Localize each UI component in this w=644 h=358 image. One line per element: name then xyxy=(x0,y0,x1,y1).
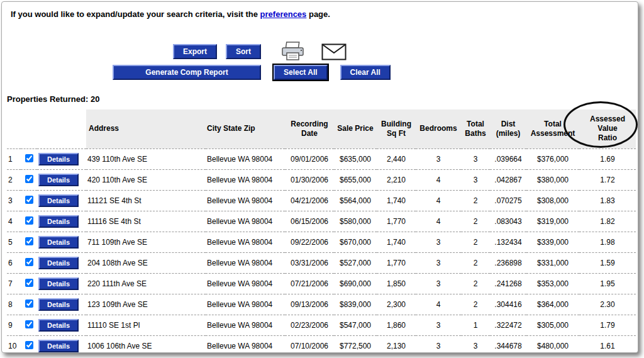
col-header-address: Address xyxy=(86,109,206,148)
comp-search-results-page: If you would like to expand/update your … xyxy=(1,1,638,353)
dist-miles-cell: .241268 xyxy=(490,273,526,294)
table-row: 4Details11116 SE 4th StBellevue WA 98004… xyxy=(7,211,636,232)
details-cell: Details xyxy=(37,273,86,294)
bedrooms-cell: 3 xyxy=(416,232,461,252)
dist-miles-cell: .236898 xyxy=(490,252,526,273)
city-state-zip-cell: Bellevue WA 98004 xyxy=(206,232,285,252)
clear-all-button[interactable]: Clear All xyxy=(340,65,391,80)
row-checkbox-cell xyxy=(21,232,37,252)
building-sqft-cell: 2,130 xyxy=(377,335,416,353)
generate-comp-report-button[interactable]: Generate Comp Report xyxy=(113,65,261,80)
row-number: 8 xyxy=(7,294,21,315)
total-assessment-cell: $308,000 xyxy=(526,190,579,211)
row-checkbox-cell xyxy=(21,211,37,232)
row-checkbox[interactable] xyxy=(25,216,33,225)
city-state-zip-cell: Bellevue WA 98004 xyxy=(206,315,285,335)
details-button[interactable]: Details xyxy=(38,319,79,332)
row-checkbox[interactable] xyxy=(25,341,33,349)
details-button[interactable]: Details xyxy=(38,298,79,311)
export-button[interactable]: Export xyxy=(173,44,217,59)
row-checkbox[interactable] xyxy=(25,196,33,204)
address-cell: 123 109th Ave SE xyxy=(86,294,206,315)
sort-button[interactable]: Sort xyxy=(226,44,261,59)
details-button[interactable]: Details xyxy=(38,215,79,228)
bedrooms-cell: 3 xyxy=(416,148,461,169)
table-row: 8Details123 109th Ave SEBellevue WA 9800… xyxy=(7,294,636,315)
city-state-zip-cell: Bellevue WA 98004 xyxy=(206,252,285,273)
row-checkbox-cell xyxy=(21,294,37,315)
details-button[interactable]: Details xyxy=(38,236,79,249)
total-baths-cell: 3 xyxy=(461,335,490,353)
details-button[interactable]: Details xyxy=(38,277,79,290)
assessed-value-ratio-cell: 2.30 xyxy=(579,294,636,315)
dist-miles-cell: .070275 xyxy=(490,190,526,211)
assessed-value-ratio-cell: 1.61 xyxy=(579,335,636,353)
city-state-zip-cell: Bellevue WA 98004 xyxy=(206,211,285,232)
details-button[interactable]: Details xyxy=(38,153,79,165)
preferences-link[interactable]: preferences xyxy=(260,9,307,19)
intro-text-before: If you would like to expand/update your … xyxy=(11,9,260,19)
row-checkbox-cell xyxy=(21,252,37,273)
total-assessment-cell: $480,000 xyxy=(526,335,579,353)
details-cell: Details xyxy=(37,315,86,335)
address-cell: 420 110th Ave SE xyxy=(86,169,206,190)
total-assessment-cell: $305,000 xyxy=(526,315,579,335)
col-header-city-state-zip: City State Zip xyxy=(206,109,285,148)
dist-miles-cell: .304416 xyxy=(490,294,526,315)
col-header-details xyxy=(37,109,86,148)
row-checkbox[interactable] xyxy=(25,279,33,287)
sale-price-cell: $655,000 xyxy=(334,169,377,190)
col-header-building-sqft: Building Sq Ft xyxy=(377,109,416,148)
row-checkbox[interactable] xyxy=(25,258,33,266)
properties-table: Address City State Zip Recording Date Sa… xyxy=(7,109,636,353)
properties-returned-count: Properties Returned: 20 xyxy=(7,94,638,104)
sale-price-cell: $772,500 xyxy=(334,335,377,353)
city-state-zip-cell: Bellevue WA 98004 xyxy=(206,169,285,190)
mail-envelope-icon[interactable] xyxy=(321,43,347,60)
table-row: 3Details11121 SE 4th StBellevue WA 98004… xyxy=(7,190,636,211)
details-cell: Details xyxy=(37,252,86,273)
row-checkbox[interactable] xyxy=(25,320,33,328)
details-button[interactable]: Details xyxy=(38,340,79,352)
city-state-zip-cell: Bellevue WA 98004 xyxy=(206,273,285,294)
address-cell: 1006 106th Ave SE xyxy=(86,335,206,353)
row-checkbox[interactable] xyxy=(25,299,33,308)
recording-date-cell: 09/22/2006 xyxy=(285,232,334,252)
assessed-value-ratio-cell: 1.69 xyxy=(579,148,636,169)
select-all-button[interactable]: Select All xyxy=(274,65,328,80)
city-state-zip-cell: Bellevue WA 98004 xyxy=(206,190,285,211)
recording-date-cell: 09/13/2006 xyxy=(285,294,334,315)
address-cell: 711 109th Ave SE xyxy=(86,232,206,252)
details-button[interactable]: Details xyxy=(38,194,79,207)
row-checkbox[interactable] xyxy=(25,154,33,162)
col-header-checkbox xyxy=(21,109,37,148)
col-header-total-baths: Total Baths xyxy=(461,109,490,148)
row-checkbox[interactable] xyxy=(25,237,33,245)
sale-price-cell: $580,000 xyxy=(334,211,377,232)
bedrooms-cell: 4 xyxy=(416,294,461,315)
details-button[interactable]: Details xyxy=(38,174,79,186)
address-cell: 439 110th Ave SE xyxy=(86,148,206,169)
col-header-rownum xyxy=(7,109,21,148)
total-baths-cell: 3 xyxy=(461,169,490,190)
sale-price-cell: $527,000 xyxy=(334,252,377,273)
sale-price-cell: $670,000 xyxy=(334,232,377,252)
details-cell: Details xyxy=(37,148,86,169)
building-sqft-cell: 2,210 xyxy=(377,169,416,190)
recording-date-cell: 01/30/2006 xyxy=(285,169,334,190)
bedrooms-cell: 3 xyxy=(416,252,461,273)
building-sqft-cell: 1,850 xyxy=(377,273,416,294)
row-checkbox[interactable] xyxy=(25,175,33,183)
details-button[interactable]: Details xyxy=(38,257,79,269)
col-header-assessed-value-ratio-text: Assessed Value Ratio xyxy=(588,115,627,143)
bedrooms-cell: 4 xyxy=(416,169,461,190)
details-cell: Details xyxy=(37,294,86,315)
sale-price-cell: $635,000 xyxy=(334,148,377,169)
col-header-assessed-value-ratio: Assessed Value Ratio xyxy=(579,109,636,148)
printer-icon[interactable] xyxy=(280,41,306,62)
recording-date-cell: 07/21/2006 xyxy=(285,273,334,294)
bedrooms-cell: 3 xyxy=(416,273,461,294)
assessed-value-ratio-cell: 1.72 xyxy=(579,169,636,190)
table-row: 5Details711 109th Ave SEBellevue WA 9800… xyxy=(7,232,636,252)
recording-date-cell: 09/01/2006 xyxy=(285,148,334,169)
